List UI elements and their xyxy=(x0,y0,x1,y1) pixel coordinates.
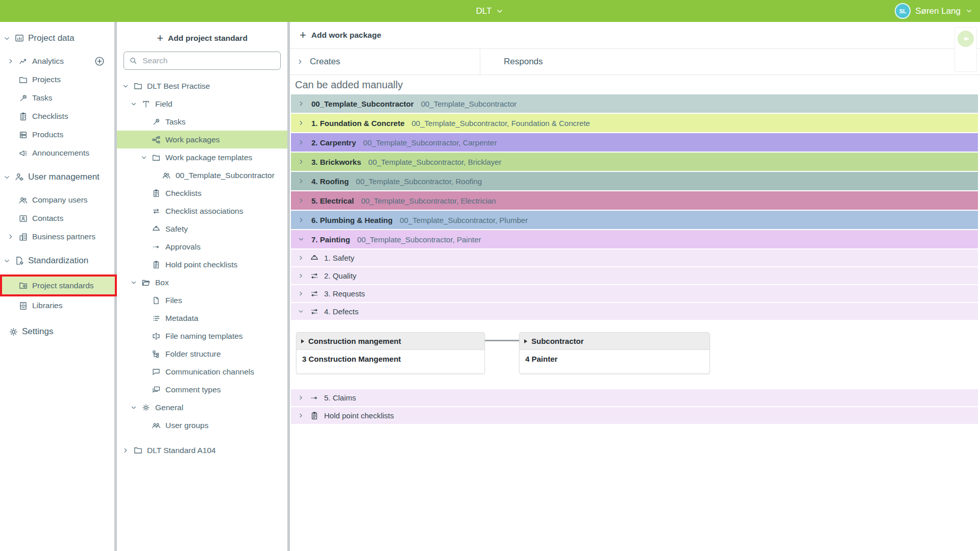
flow-card-header[interactable]: Construction mangement xyxy=(297,333,484,350)
swap-dotted-icon xyxy=(310,289,319,298)
sidebar-section-project-data[interactable]: Project data xyxy=(0,29,114,48)
work-package-row-carpentry[interactable]: 2. Carpentry 00_Template_Subcontractor, … xyxy=(291,133,978,152)
child-row-safety[interactable]: 1. Safety xyxy=(291,249,978,266)
search-box[interactable] xyxy=(124,52,281,70)
tab-responds[interactable]: Responds xyxy=(480,49,543,74)
sidebar-item-libraries[interactable]: Libraries xyxy=(0,296,114,315)
child-row-claims[interactable]: 5. Claims xyxy=(291,389,978,406)
tree-item-safety[interactable]: Safety xyxy=(117,220,287,238)
chevron-icon[interactable] xyxy=(298,272,304,279)
tree-item-dlt-best-practise[interactable]: DLT Best Practise xyxy=(117,77,287,95)
chevron-icon[interactable] xyxy=(298,394,304,401)
chevron-icon[interactable] xyxy=(122,83,129,90)
tree-item-checklists[interactable]: Checklists xyxy=(117,184,287,202)
chevron-icon[interactable] xyxy=(140,154,148,161)
work-package-row-painting[interactable]: 7. Painting 00_Template_Subcontractor, P… xyxy=(291,230,978,248)
chevron-icon[interactable] xyxy=(298,216,305,223)
work-package-row-brickworks[interactable]: 3. Brickworks 00_Template_Subcontractor,… xyxy=(291,153,978,171)
row-title: 5. Electrical xyxy=(311,196,354,205)
back-arrow-button[interactable] xyxy=(958,31,974,47)
tree-item-folder-structure[interactable]: Folder structure xyxy=(117,345,287,363)
work-package-row-roofing[interactable]: 4. Roofing 00_Template_Subcontractor, Ro… xyxy=(291,172,978,190)
flow-card-header[interactable]: Subcontractor xyxy=(520,333,709,350)
chevron-icon[interactable] xyxy=(122,447,129,454)
chevron-icon[interactable] xyxy=(7,58,14,65)
tree-item-checklist-associations[interactable]: Checklist associations xyxy=(117,202,287,220)
chevron-icon[interactable] xyxy=(297,58,304,65)
project-standards-panel: + Add project standard DLT Best Practise… xyxy=(117,22,287,551)
row-title: 7. Painting xyxy=(311,235,350,244)
tab-creates[interactable]: Creates xyxy=(290,49,480,74)
chevron-icon[interactable] xyxy=(130,404,137,411)
chevron-icon[interactable] xyxy=(298,100,305,107)
sidebar-item-business-partners[interactable]: Business partners xyxy=(0,228,114,246)
work-package-row-electrical[interactable]: 5. Electrical 00_Template_Subcontractor,… xyxy=(291,191,978,210)
tree-item-dlt-standard-a104[interactable]: DLT Standard A104 xyxy=(117,441,287,459)
chevron-icon[interactable] xyxy=(298,197,305,204)
chevron-icon[interactable] xyxy=(298,290,304,297)
tree-item-field[interactable]: Field xyxy=(117,95,287,113)
child-row-quality[interactable]: 2. Quality xyxy=(291,267,978,284)
sidebar-item-company-users[interactable]: Company users xyxy=(0,191,114,209)
child-row-defects[interactable]: 4. Defects xyxy=(291,303,978,320)
tree-item-communication-channels[interactable]: Communication channels xyxy=(117,363,287,381)
work-package-row-foundation[interactable]: 1. Foundation & Concrete 00_Template_Sub… xyxy=(291,114,978,132)
tree-item-file-naming-templates[interactable]: File naming templates xyxy=(117,327,287,345)
sidebar-item-settings[interactable]: Settings xyxy=(0,322,114,341)
sidebar-item-projects[interactable]: Projects xyxy=(0,70,114,89)
sidebar-item-project-standards[interactable]: Project standards xyxy=(0,274,117,296)
tree-item-hold-point-checklists[interactable]: Hold point checklists xyxy=(117,256,287,273)
tree-item-general[interactable]: General xyxy=(117,398,287,416)
chevron-icon[interactable] xyxy=(3,257,11,265)
tree-item-metadata[interactable]: Metadata xyxy=(117,309,287,327)
tree-item-box[interactable]: Box xyxy=(117,273,287,291)
sidebar-item-checklists[interactable]: Checklists xyxy=(0,107,114,126)
tree-item-approvals[interactable]: Approvals xyxy=(117,238,287,256)
work-package-row-plumbing[interactable]: 6. Plumbing & Heating 00_Template_Subcon… xyxy=(291,211,978,229)
tree-item-label: Work package templates xyxy=(165,153,252,162)
section-heading: Can be added manually xyxy=(290,75,980,94)
tree-item-work-packages[interactable]: Work packages xyxy=(117,131,287,148)
chevron-icon[interactable] xyxy=(7,233,14,240)
flow-card-body: 4 Painter xyxy=(520,350,709,368)
tree-item-user-groups[interactable]: User groups xyxy=(117,416,287,434)
add-analytics-icon[interactable] xyxy=(94,56,105,67)
sidebar-item-products[interactable]: Products xyxy=(0,126,114,144)
child-row-requests[interactable]: 3. Requests xyxy=(291,285,978,302)
tree-item-tasks[interactable]: Tasks xyxy=(117,113,287,131)
user-menu[interactable]: SL Søren Lang xyxy=(895,0,973,22)
add-work-package-button[interactable]: + Add work package xyxy=(290,22,980,49)
work-package-row-template-subcontractor[interactable]: 00_Template_Subcontractor 00_Template_Su… xyxy=(291,94,978,113)
chevron-icon[interactable] xyxy=(298,255,304,261)
add-project-standard-button[interactable]: + Add project standard xyxy=(117,28,287,48)
chevron-icon[interactable] xyxy=(298,236,305,243)
chevron-icon[interactable] xyxy=(298,139,305,146)
sidebar-item-label: Checklists xyxy=(32,112,68,121)
flow-card-construction-management[interactable]: Construction mangement 3 Construction Ma… xyxy=(296,332,485,374)
chevron-icon[interactable] xyxy=(3,173,11,181)
chevron-icon[interactable] xyxy=(130,101,137,108)
tree-item-comment-types[interactable]: Comment types xyxy=(117,381,287,398)
chevron-icon[interactable] xyxy=(298,412,304,419)
chevron-icon[interactable] xyxy=(130,279,137,286)
sidebar-item-label: Settings xyxy=(22,327,53,337)
chevron-icon[interactable] xyxy=(298,308,304,315)
sidebar-item-contacts[interactable]: Contacts xyxy=(0,209,114,228)
chevron-icon[interactable] xyxy=(298,119,305,127)
sidebar-item-tasks[interactable]: Tasks xyxy=(0,89,114,107)
child-row-hold-point-checklists[interactable]: Hold point checklists xyxy=(291,407,978,424)
sidebar-item-announcements[interactable]: Announcements xyxy=(0,144,114,162)
chevron-icon[interactable] xyxy=(3,35,11,42)
project-switcher[interactable]: DLT xyxy=(0,0,980,22)
tree-item-template-subcontractor[interactable]: 00_Template_Subcontractor xyxy=(117,166,287,184)
sidebar-section-user-management[interactable]: User management xyxy=(0,167,114,187)
search-input[interactable] xyxy=(141,56,275,66)
sidebar-section-standardization[interactable]: Standardization xyxy=(0,251,114,270)
gear-icon xyxy=(8,327,19,337)
chevron-icon[interactable] xyxy=(298,158,305,165)
tree-item-work-package-templates[interactable]: Work package templates xyxy=(117,148,287,166)
chevron-icon[interactable] xyxy=(298,178,305,185)
tree-item-files[interactable]: Files xyxy=(117,291,287,309)
sidebar-item-analytics[interactable]: Analytics xyxy=(0,52,114,70)
flow-card-subcontractor[interactable]: Subcontractor 4 Painter xyxy=(519,332,710,374)
